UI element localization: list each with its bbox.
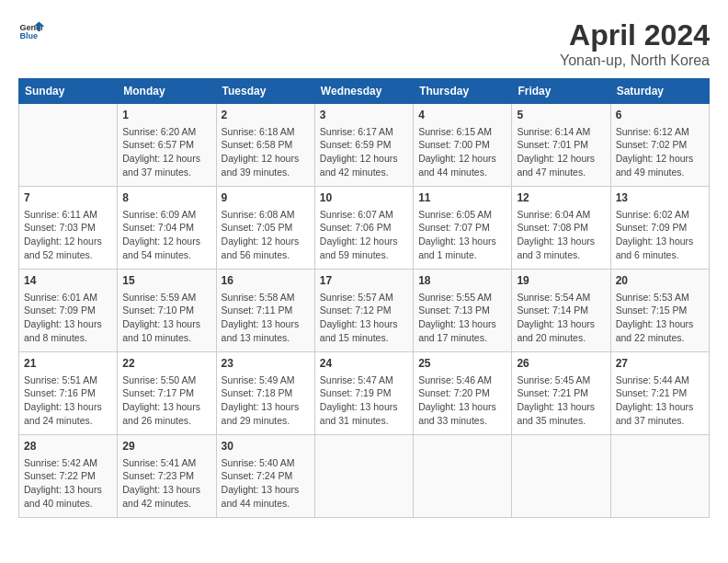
weekday-header: Monday	[118, 79, 216, 104]
calendar-cell: 18Sunrise: 5:55 AM Sunset: 7:13 PM Dayli…	[414, 270, 512, 352]
cell-sun-info: Sunrise: 6:12 AM Sunset: 7:02 PM Dayligh…	[616, 125, 704, 179]
calendar-week-row: 14Sunrise: 6:01 AM Sunset: 7:09 PM Dayli…	[19, 270, 710, 352]
calendar-cell	[610, 435, 709, 518]
calendar-cell: 26Sunrise: 5:45 AM Sunset: 7:21 PM Dayli…	[512, 352, 610, 435]
day-number: 7	[24, 190, 112, 206]
calendar-week-row: 1Sunrise: 6:20 AM Sunset: 6:57 PM Daylig…	[19, 104, 710, 187]
cell-sun-info: Sunrise: 6:15 AM Sunset: 7:00 PM Dayligh…	[418, 125, 506, 179]
calendar-cell: 1Sunrise: 6:20 AM Sunset: 6:57 PM Daylig…	[118, 104, 216, 187]
cell-sun-info: Sunrise: 6:07 AM Sunset: 7:06 PM Dayligh…	[320, 208, 408, 262]
cell-sun-info: Sunrise: 5:42 AM Sunset: 7:22 PM Dayligh…	[24, 456, 112, 511]
calendar-cell: 30Sunrise: 5:40 AM Sunset: 7:24 PM Dayli…	[216, 435, 314, 518]
calendar-cell	[314, 435, 413, 518]
day-number: 18	[418, 273, 506, 289]
calendar-cell: 16Sunrise: 5:58 AM Sunset: 7:11 PM Dayli…	[216, 270, 314, 352]
cell-sun-info: Sunrise: 5:59 AM Sunset: 7:10 PM Dayligh…	[122, 291, 210, 345]
calendar-table: SundayMondayTuesdayWednesdayThursdayFrid…	[18, 78, 710, 518]
calendar-cell: 11Sunrise: 6:05 AM Sunset: 7:07 PM Dayli…	[414, 187, 512, 270]
calendar-cell: 6Sunrise: 6:12 AM Sunset: 7:02 PM Daylig…	[610, 104, 709, 187]
day-number: 23	[222, 356, 310, 372]
weekday-header: Sunday	[19, 79, 118, 104]
day-number: 9	[222, 190, 310, 206]
weekday-header: Friday	[512, 79, 610, 104]
day-number: 4	[418, 108, 506, 123]
calendar-cell: 28Sunrise: 5:42 AM Sunset: 7:22 PM Dayli…	[19, 435, 118, 518]
weekday-header: Tuesday	[216, 79, 314, 104]
cell-sun-info: Sunrise: 6:02 AM Sunset: 7:09 PM Dayligh…	[616, 208, 704, 262]
calendar-cell: 27Sunrise: 5:44 AM Sunset: 7:21 PM Dayli…	[610, 352, 709, 435]
calendar-cell: 13Sunrise: 6:02 AM Sunset: 7:09 PM Dayli…	[610, 187, 709, 270]
day-number: 21	[24, 356, 112, 372]
calendar-cell: 7Sunrise: 6:11 AM Sunset: 7:03 PM Daylig…	[19, 187, 118, 270]
calendar-header-row: SundayMondayTuesdayWednesdayThursdayFrid…	[19, 79, 710, 104]
cell-sun-info: Sunrise: 5:53 AM Sunset: 7:15 PM Dayligh…	[616, 291, 704, 345]
calendar-cell: 15Sunrise: 5:59 AM Sunset: 7:10 PM Dayli…	[118, 270, 216, 352]
calendar-week-row: 21Sunrise: 5:51 AM Sunset: 7:16 PM Dayli…	[19, 352, 710, 435]
calendar-cell: 17Sunrise: 5:57 AM Sunset: 7:12 PM Dayli…	[314, 270, 413, 352]
calendar-cell: 24Sunrise: 5:47 AM Sunset: 7:19 PM Dayli…	[314, 352, 413, 435]
calendar-week-row: 7Sunrise: 6:11 AM Sunset: 7:03 PM Daylig…	[19, 187, 710, 270]
calendar-cell: 3Sunrise: 6:17 AM Sunset: 6:59 PM Daylig…	[314, 104, 413, 187]
calendar-cell: 8Sunrise: 6:09 AM Sunset: 7:04 PM Daylig…	[118, 187, 216, 270]
cell-sun-info: Sunrise: 5:47 AM Sunset: 7:19 PM Dayligh…	[320, 373, 408, 428]
calendar-subtitle: Yonan-up, North Korea	[560, 52, 710, 69]
cell-sun-info: Sunrise: 6:05 AM Sunset: 7:07 PM Dayligh…	[418, 208, 506, 262]
day-number: 28	[24, 439, 112, 454]
day-number: 13	[616, 190, 704, 206]
calendar-cell: 9Sunrise: 6:08 AM Sunset: 7:05 PM Daylig…	[216, 187, 314, 270]
day-number: 14	[24, 273, 112, 289]
day-number: 2	[222, 108, 310, 123]
cell-sun-info: Sunrise: 5:49 AM Sunset: 7:18 PM Dayligh…	[222, 373, 310, 428]
day-number: 27	[616, 356, 704, 372]
cell-sun-info: Sunrise: 5:55 AM Sunset: 7:13 PM Dayligh…	[418, 291, 506, 345]
day-number: 1	[122, 108, 210, 123]
cell-sun-info: Sunrise: 6:04 AM Sunset: 7:08 PM Dayligh…	[517, 208, 605, 262]
page-header: General Blue April 2024 Yonan-up, North …	[18, 18, 710, 69]
day-number: 16	[222, 273, 310, 289]
day-number: 5	[517, 108, 605, 123]
cell-sun-info: Sunrise: 6:11 AM Sunset: 7:03 PM Dayligh…	[24, 208, 112, 262]
day-number: 3	[320, 108, 408, 123]
cell-sun-info: Sunrise: 5:57 AM Sunset: 7:12 PM Dayligh…	[320, 291, 408, 345]
cell-sun-info: Sunrise: 6:08 AM Sunset: 7:05 PM Dayligh…	[222, 208, 310, 262]
day-number: 8	[122, 190, 210, 206]
calendar-cell	[512, 435, 610, 518]
day-number: 11	[418, 190, 506, 206]
cell-sun-info: Sunrise: 6:20 AM Sunset: 6:57 PM Dayligh…	[122, 125, 210, 179]
calendar-cell: 4Sunrise: 6:15 AM Sunset: 7:00 PM Daylig…	[414, 104, 512, 187]
cell-sun-info: Sunrise: 6:09 AM Sunset: 7:04 PM Dayligh…	[122, 208, 210, 262]
calendar-cell	[19, 104, 118, 187]
cell-sun-info: Sunrise: 5:41 AM Sunset: 7:23 PM Dayligh…	[122, 456, 210, 511]
logo-icon: General Blue	[18, 18, 44, 44]
cell-sun-info: Sunrise: 5:45 AM Sunset: 7:21 PM Dayligh…	[517, 373, 605, 428]
svg-text:Blue: Blue	[19, 31, 38, 40]
day-number: 12	[517, 190, 605, 206]
calendar-cell: 19Sunrise: 5:54 AM Sunset: 7:14 PM Dayli…	[512, 270, 610, 352]
weekday-header: Thursday	[414, 79, 512, 104]
day-number: 24	[320, 356, 408, 372]
calendar-cell: 2Sunrise: 6:18 AM Sunset: 6:58 PM Daylig…	[216, 104, 314, 187]
day-number: 29	[122, 439, 210, 454]
calendar-title: April 2024	[560, 18, 710, 52]
calendar-cell: 10Sunrise: 6:07 AM Sunset: 7:06 PM Dayli…	[314, 187, 413, 270]
cell-sun-info: Sunrise: 5:50 AM Sunset: 7:17 PM Dayligh…	[122, 373, 210, 428]
day-number: 15	[122, 273, 210, 289]
day-number: 25	[418, 356, 506, 372]
cell-sun-info: Sunrise: 5:40 AM Sunset: 7:24 PM Dayligh…	[222, 456, 310, 511]
calendar-cell: 5Sunrise: 6:14 AM Sunset: 7:01 PM Daylig…	[512, 104, 610, 187]
cell-sun-info: Sunrise: 5:54 AM Sunset: 7:14 PM Dayligh…	[517, 291, 605, 345]
weekday-header: Wednesday	[314, 79, 413, 104]
day-number: 19	[517, 273, 605, 289]
day-number: 20	[616, 273, 704, 289]
calendar-cell: 20Sunrise: 5:53 AM Sunset: 7:15 PM Dayli…	[610, 270, 709, 352]
cell-sun-info: Sunrise: 5:46 AM Sunset: 7:20 PM Dayligh…	[418, 373, 506, 428]
cell-sun-info: Sunrise: 5:44 AM Sunset: 7:21 PM Dayligh…	[616, 373, 704, 428]
day-number: 6	[616, 108, 704, 123]
cell-sun-info: Sunrise: 6:18 AM Sunset: 6:58 PM Dayligh…	[222, 125, 310, 179]
day-number: 30	[222, 439, 310, 454]
calendar-cell: 23Sunrise: 5:49 AM Sunset: 7:18 PM Dayli…	[216, 352, 314, 435]
calendar-cell: 12Sunrise: 6:04 AM Sunset: 7:08 PM Dayli…	[512, 187, 610, 270]
day-number: 17	[320, 273, 408, 289]
cell-sun-info: Sunrise: 6:14 AM Sunset: 7:01 PM Dayligh…	[517, 125, 605, 179]
cell-sun-info: Sunrise: 5:58 AM Sunset: 7:11 PM Dayligh…	[222, 291, 310, 345]
